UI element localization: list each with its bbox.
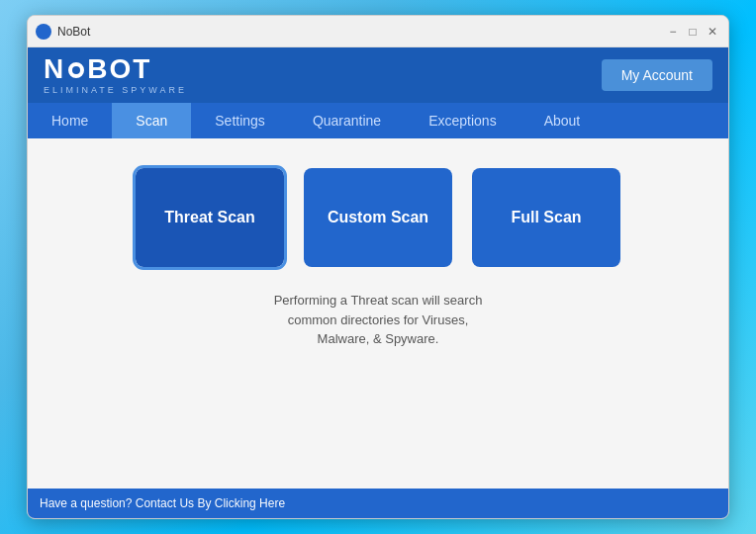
nav-item-quarantine[interactable]: Quarantine: [289, 103, 405, 138]
logo-eye-icon: [66, 60, 86, 80]
logo-subtitle: ELIMINATE SPYWARE: [44, 85, 187, 95]
nav-item-home[interactable]: Home: [28, 103, 112, 138]
title-bar-left: NoBot: [36, 24, 90, 40]
scan-buttons-container: Threat Scan Custom Scan Full Scan: [136, 168, 620, 267]
main-content: Threat Scan Custom Scan Full Scan Perfor…: [28, 138, 728, 489]
full-scan-button[interactable]: Full Scan: [472, 168, 620, 267]
nav-item-about[interactable]: About: [520, 103, 605, 138]
maximize-button[interactable]: □: [685, 24, 701, 40]
footer-contact-link[interactable]: Have a question? Contact Us By Clicking …: [28, 489, 728, 518]
nav-item-settings[interactable]: Settings: [191, 103, 289, 138]
scan-description-text: Performing a Threat scan will search com…: [269, 291, 487, 349]
nav-item-scan[interactable]: Scan: [112, 103, 191, 138]
close-button[interactable]: ✕: [705, 24, 720, 40]
window-controls: − □ ✕: [665, 24, 720, 40]
logo-name: NBOT: [44, 55, 187, 83]
custom-scan-button[interactable]: Custom Scan: [304, 168, 452, 267]
my-account-button[interactable]: My Account: [602, 59, 712, 91]
nav-item-exceptions[interactable]: Exceptions: [405, 103, 520, 138]
app-window: NoBot − □ ✕ NBOT ELIMINATE SPYWARE My Ac…: [27, 15, 729, 519]
app-icon: [36, 24, 51, 40]
minimize-button[interactable]: −: [665, 24, 681, 40]
app-header: NBOT ELIMINATE SPYWARE My Account: [28, 47, 728, 103]
window-title: NoBot: [57, 25, 90, 39]
navigation-bar: Home Scan Settings Quarantine Exceptions…: [28, 103, 728, 138]
threat-scan-button[interactable]: Threat Scan: [136, 168, 284, 267]
title-bar: NoBot − □ ✕: [28, 16, 728, 47]
app-logo: NBOT ELIMINATE SPYWARE: [44, 55, 187, 95]
